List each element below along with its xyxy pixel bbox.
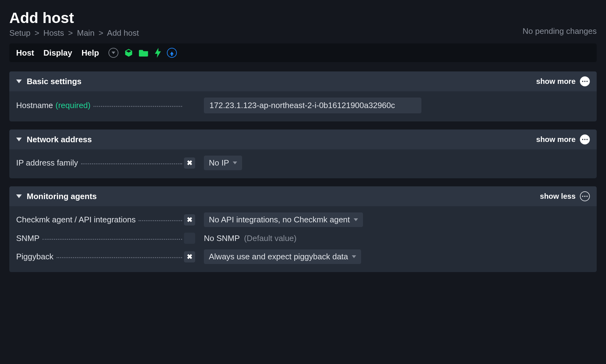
- dotted-fill: [139, 220, 182, 221]
- page-header: Add host Setup > Hosts > Main > Add host…: [9, 9, 597, 38]
- menu-host[interactable]: Host: [16, 48, 34, 58]
- folder-icon[interactable]: [139, 48, 149, 57]
- dropdown-toggle-icon[interactable]: [108, 48, 118, 58]
- bolt-icon[interactable]: [154, 48, 161, 58]
- required-indicator: (required): [56, 101, 91, 110]
- field-label: IP address family: [16, 158, 78, 168]
- x-icon: ✖: [187, 216, 192, 223]
- breadcrumb: Setup > Hosts > Main > Add host: [9, 28, 139, 38]
- select-value: No API integrations, no Checkmk agent: [209, 215, 350, 225]
- field-snmp: SNMP No SNMP (Default value): [16, 233, 590, 244]
- x-icon: ✖: [187, 160, 192, 166]
- checkmk-agent-select[interactable]: No API integrations, no Checkmk agent: [204, 212, 363, 227]
- field-label: Hostname: [16, 101, 53, 110]
- chevron-down-icon: [233, 162, 237, 164]
- more-options-button[interactable]: [580, 134, 590, 144]
- snmp-value: No SNMP: [204, 234, 240, 243]
- chevron-down-icon: [354, 218, 358, 221]
- field-label: Piggyback: [16, 252, 53, 262]
- x-icon: ✖: [187, 253, 192, 260]
- reset-to-default-button[interactable]: ✖: [184, 214, 195, 225]
- select-value: No IP: [209, 158, 229, 168]
- select-value: Always use and expect piggyback data: [209, 252, 348, 262]
- piggyback-select[interactable]: Always use and expect piggyback data: [204, 249, 361, 264]
- hostname-input[interactable]: [204, 98, 421, 113]
- collapse-toggle-icon[interactable]: [16, 194, 22, 198]
- show-more-toggle[interactable]: show more: [536, 135, 576, 144]
- more-options-button[interactable]: [580, 191, 590, 201]
- more-options-button[interactable]: [580, 76, 590, 86]
- dotted-fill: [81, 163, 182, 164]
- breadcrumb-separator: >: [68, 28, 73, 38]
- collapse-toggle-icon[interactable]: [16, 80, 22, 83]
- cube-icon[interactable]: [124, 48, 133, 57]
- menu-display[interactable]: Display: [44, 48, 72, 58]
- section-network-address: Network address show more IP address fam…: [9, 130, 597, 178]
- field-checkmk-agent: Checkmk agent / API integrations ✖ No AP…: [16, 212, 590, 227]
- show-less-toggle[interactable]: show less: [540, 192, 576, 201]
- dotted-fill: [57, 257, 182, 258]
- menu-help[interactable]: Help: [81, 48, 99, 58]
- breadcrumb-item[interactable]: Hosts: [44, 28, 64, 38]
- reset-to-default-button[interactable]: ✖: [184, 157, 195, 169]
- section-monitoring-agents: Monitoring agents show less Checkmk agen…: [9, 186, 597, 272]
- dotted-fill: [43, 239, 182, 240]
- field-piggyback: Piggyback ✖ Always use and expect piggyb…: [16, 249, 590, 264]
- show-more-toggle[interactable]: show more: [536, 77, 576, 86]
- breadcrumb-item[interactable]: Setup: [9, 28, 30, 38]
- breadcrumb-separator: >: [99, 28, 103, 38]
- dotted-fill: [94, 106, 182, 107]
- field-label: SNMP: [16, 234, 39, 243]
- default-hint: (Default value): [244, 234, 296, 243]
- pending-changes-status[interactable]: No pending changes: [522, 26, 597, 36]
- breadcrumb-item[interactable]: Add host: [107, 28, 139, 38]
- chevron-down-icon: [352, 255, 356, 258]
- ip-family-select[interactable]: No IP: [204, 156, 242, 170]
- section-basic-settings: Basic settings show more Hostname (requi…: [9, 71, 597, 121]
- reset-to-default-button[interactable]: ✖: [184, 251, 195, 262]
- upload-icon[interactable]: [167, 48, 177, 58]
- override-checkbox[interactable]: [184, 233, 195, 244]
- breadcrumb-separator: >: [34, 28, 39, 38]
- field-label: Checkmk agent / API integrations: [16, 215, 135, 225]
- collapse-toggle-icon[interactable]: [16, 138, 22, 141]
- page-title: Add host: [9, 9, 139, 26]
- section-title: Network address: [27, 135, 92, 144]
- field-hostname: Hostname (required): [16, 98, 590, 113]
- toolbar: Host Display Help: [9, 43, 597, 62]
- section-title: Basic settings: [27, 77, 81, 86]
- field-ip-address-family: IP address family ✖ No IP: [16, 156, 590, 170]
- breadcrumb-item[interactable]: Main: [77, 28, 94, 38]
- section-title: Monitoring agents: [27, 192, 97, 201]
